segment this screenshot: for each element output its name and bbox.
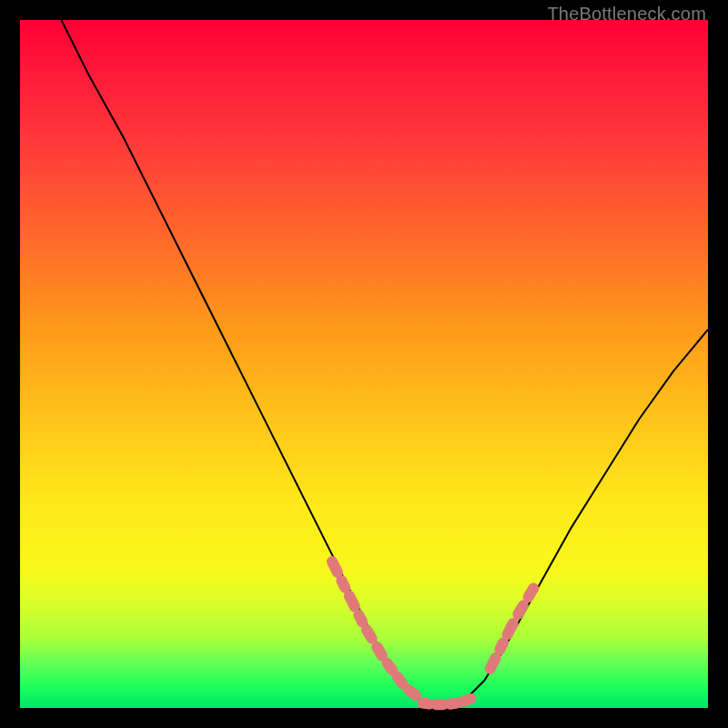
- highlight-dash: [422, 703, 430, 704]
- highlight-dash: [332, 561, 338, 572]
- highlight-dash: [409, 690, 416, 695]
- highlight-dash: [508, 623, 513, 634]
- highlight-dash: [359, 615, 362, 622]
- highlight-dash: [349, 596, 355, 607]
- bottleneck-curve-path: [61, 20, 708, 704]
- highlight-dash: [377, 647, 382, 656]
- highlight-dash: [500, 642, 503, 650]
- chart-plot-area: [20, 20, 708, 708]
- highlight-dash: [450, 703, 458, 704]
- highlight-dash: [464, 699, 471, 702]
- chart-svg: [20, 20, 708, 708]
- highlight-dash: [367, 630, 372, 639]
- highlight-dash: [490, 658, 496, 669]
- highlight-dash: [398, 677, 403, 684]
- highlight-dash: [341, 581, 345, 588]
- highlight-dash: [388, 663, 393, 671]
- attribution-watermark: TheBottleneck.com: [547, 4, 706, 25]
- highlight-layer: [332, 561, 533, 704]
- highlight-dash: [518, 606, 523, 615]
- highlight-dash: [529, 589, 534, 598]
- curve-layer: [61, 20, 708, 704]
- chart-stage: TheBottleneck.com: [0, 0, 728, 728]
